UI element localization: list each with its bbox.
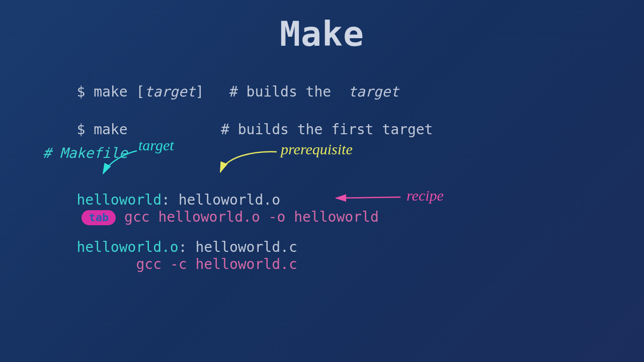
makefile-comment: # Makefile xyxy=(43,145,128,161)
usage-1-comment-arg: target xyxy=(348,83,399,100)
usage-2-comment: # builds the first target xyxy=(221,121,433,138)
rule2-recipe-line: gcc -c helloworld.c xyxy=(43,239,297,289)
usage-1-suffix: ] xyxy=(195,83,204,100)
annotation-prerequisite: prerequisite xyxy=(281,141,353,158)
usage-1-arg: target xyxy=(144,83,195,100)
usage-2-spaces xyxy=(128,121,221,138)
rule2-recipe: gcc -c helloworld.c xyxy=(136,256,297,273)
rule2-indent xyxy=(76,256,136,273)
usage-1-prefix: $ make [ xyxy=(76,83,144,100)
annotation-recipe: recipe xyxy=(407,187,444,204)
annotation-target: target xyxy=(138,137,174,154)
slide-title: Make xyxy=(0,14,644,54)
arrow-prerequisite xyxy=(220,152,277,172)
usage-1-comment-prefix: # builds the xyxy=(204,83,348,100)
slide: Make $ make [target] # builds the target… xyxy=(0,0,644,362)
usage-2-cmd: $ make xyxy=(76,121,127,138)
